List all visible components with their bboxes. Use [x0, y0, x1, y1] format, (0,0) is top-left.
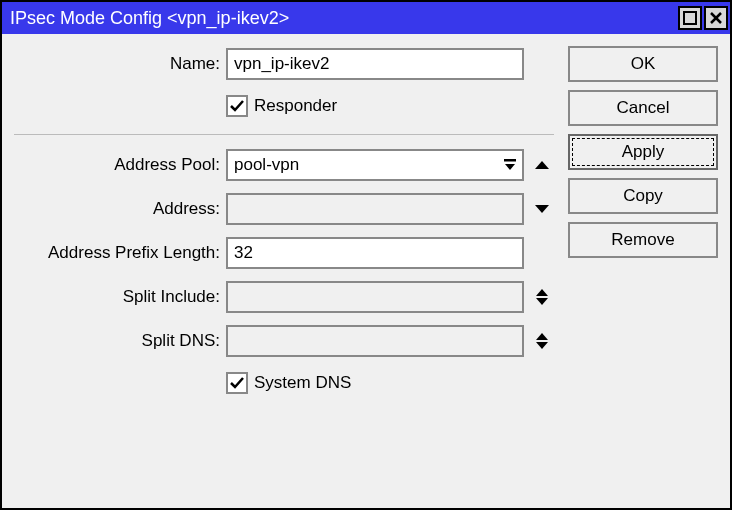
maximize-icon [683, 11, 697, 25]
prefix-input[interactable] [226, 237, 524, 269]
system-dns-label[interactable]: System DNS [254, 373, 351, 393]
content-area: Name: Responder Address Pool: [2, 34, 730, 508]
form-column: Name: Responder Address Pool: [8, 46, 554, 496]
apply-button[interactable]: Apply [568, 134, 718, 170]
split-include-increment[interactable] [536, 289, 548, 296]
dropdown-bar-icon [503, 158, 517, 172]
split-dns-increment[interactable] [536, 333, 548, 340]
address-label: Address: [8, 199, 226, 219]
split-dns-input[interactable] [228, 327, 522, 355]
split-include-row: Split Include: [8, 279, 554, 315]
check-icon [229, 98, 245, 114]
split-dns-combo[interactable] [226, 325, 524, 357]
svg-marker-4 [505, 164, 515, 170]
address-expand-button[interactable] [530, 193, 554, 225]
prefix-label: Address Prefix Length: [8, 243, 226, 263]
responder-row: Responder [8, 90, 554, 122]
ok-button[interactable]: OK [568, 46, 718, 82]
split-dns-row: Split DNS: [8, 323, 554, 359]
address-pool-collapse-button[interactable] [530, 149, 554, 181]
responder-label[interactable]: Responder [254, 96, 337, 116]
split-include-stepper [530, 281, 554, 313]
split-include-decrement[interactable] [536, 298, 548, 305]
split-dns-stepper [530, 325, 554, 357]
address-pool-combo[interactable] [226, 149, 524, 181]
address-input[interactable] [228, 195, 522, 223]
close-icon [709, 11, 723, 25]
address-pool-dropdown-button[interactable] [496, 151, 522, 179]
name-input[interactable] [226, 48, 524, 80]
responder-checkbox[interactable] [226, 95, 248, 117]
titlebar: IPsec Mode Config <vpn_ip-ikev2> [2, 2, 730, 34]
window-title: IPsec Mode Config <vpn_ip-ikev2> [10, 8, 676, 29]
address-row: Address: [8, 191, 554, 227]
copy-button[interactable]: Copy [568, 178, 718, 214]
arrow-down-icon [535, 205, 549, 213]
split-include-label: Split Include: [8, 287, 226, 307]
remove-button[interactable]: Remove [568, 222, 718, 258]
arrow-up-icon [535, 161, 549, 169]
check-icon [229, 375, 245, 391]
separator [14, 134, 554, 135]
maximize-button[interactable] [678, 6, 702, 30]
svg-rect-0 [684, 12, 696, 24]
split-dns-label: Split DNS: [8, 331, 226, 351]
address-pool-label: Address Pool: [8, 155, 226, 175]
system-dns-row: System DNS [8, 367, 554, 399]
split-include-combo[interactable] [226, 281, 524, 313]
address-pool-row: Address Pool: [8, 147, 554, 183]
cancel-button[interactable]: Cancel [568, 90, 718, 126]
dialog-window: IPsec Mode Config <vpn_ip-ikev2> Name: R… [0, 0, 732, 510]
name-label: Name: [8, 54, 226, 74]
system-dns-checkbox[interactable] [226, 372, 248, 394]
prefix-row: Address Prefix Length: [8, 235, 554, 271]
buttons-column: OK Cancel Apply Copy Remove [568, 46, 718, 496]
close-button[interactable] [704, 6, 728, 30]
split-include-input[interactable] [228, 283, 522, 311]
address-pool-input[interactable] [228, 151, 496, 179]
name-row: Name: [8, 46, 554, 82]
svg-rect-3 [504, 159, 516, 162]
split-dns-decrement[interactable] [536, 342, 548, 349]
address-combo[interactable] [226, 193, 524, 225]
